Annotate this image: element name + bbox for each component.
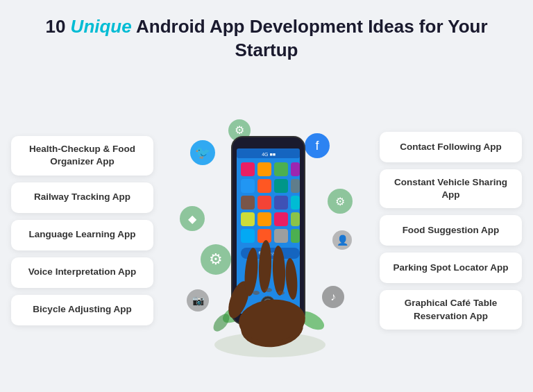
svg-text:🐦: 🐦 — [195, 145, 211, 160]
svg-rect-30 — [291, 162, 300, 176]
svg-text:⚙: ⚙ — [209, 250, 223, 268]
svg-text:⚙: ⚙ — [335, 196, 345, 207]
svg-point-60 — [278, 291, 285, 295]
svg-rect-46 — [291, 229, 300, 243]
svg-text:◆: ◆ — [188, 213, 197, 225]
svg-rect-41 — [274, 212, 288, 226]
header-highlight: Unique — [71, 16, 132, 37]
svg-rect-27 — [241, 162, 255, 176]
svg-rect-28 — [257, 162, 271, 176]
svg-rect-31 — [241, 179, 255, 193]
svg-rect-33 — [274, 179, 288, 193]
app-card-language-learning: Language Learning App — [11, 220, 153, 250]
svg-text:👤: 👤 — [337, 235, 349, 246]
svg-rect-39 — [241, 212, 255, 226]
svg-point-59 — [265, 288, 272, 292]
center-image: 🐦 ⚙ f ⚙ — [159, 99, 374, 362]
app-card-food-suggestion: Food Suggestion App — [380, 215, 522, 246]
left-column: Health-Checkup & Food Organizer AppRailw… — [11, 136, 153, 325]
svg-rect-40 — [257, 212, 271, 226]
app-card-railway-tracking: Railway Tracking App — [11, 182, 153, 213]
svg-rect-29 — [274, 162, 288, 176]
svg-text:⚙: ⚙ — [235, 124, 244, 136]
svg-rect-42 — [291, 212, 300, 226]
svg-rect-45 — [274, 229, 288, 243]
app-card-voice-interpretation: Voice Interpretation App — [11, 257, 153, 288]
right-column: Contact Following AppConstant Vehicle Sh… — [380, 132, 522, 330]
app-card-contact-following: Contact Following App — [380, 132, 522, 162]
svg-rect-43 — [241, 229, 255, 243]
svg-text:♪: ♪ — [330, 291, 336, 302]
app-card-health-checkup: Health-Checkup & Food Organizer App — [11, 136, 153, 175]
svg-rect-36 — [257, 196, 271, 210]
header-suffix: Android App Development Ideas for Your S… — [132, 16, 488, 60]
header-prefix: 10 — [45, 16, 70, 37]
main-content: Health-Checkup & Food Organizer AppRailw… — [0, 69, 533, 392]
svg-point-58 — [253, 291, 260, 295]
svg-rect-44 — [257, 229, 271, 243]
app-card-bicycle-adjusting: Bicycle Adjusting App — [11, 295, 153, 325]
app-card-constant-vehicle: Constant Vehicle Sharing App — [380, 169, 522, 208]
svg-rect-32 — [257, 179, 271, 193]
app-card-parking-spot: Parking Spot Locator App — [380, 253, 522, 283]
svg-rect-35 — [241, 196, 255, 210]
svg-text:📷: 📷 — [192, 295, 205, 307]
svg-rect-38 — [291, 196, 300, 210]
svg-text:4G ■■: 4G ■■ — [262, 152, 276, 157]
app-card-graphical-cafe: Graphical Café Table Reservation App — [380, 290, 522, 329]
svg-rect-37 — [274, 196, 288, 210]
svg-rect-34 — [291, 179, 300, 193]
header: 10 Unique Android App Development Ideas … — [0, 0, 533, 69]
